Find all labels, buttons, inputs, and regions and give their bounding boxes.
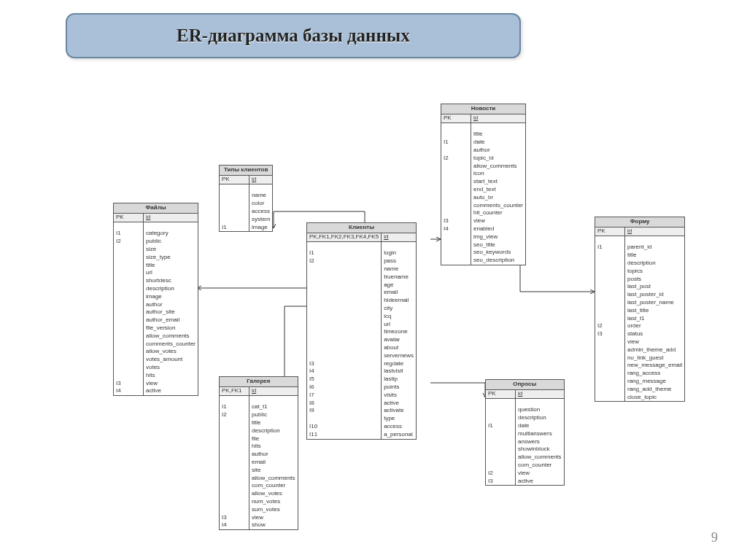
page-title-box: ER-диаграмма базы данных — [66, 13, 521, 58]
entity-title: Галерея — [220, 377, 298, 387]
entity-e-polls: ОпросыPKid questiondescriptionI1datemult… — [485, 379, 565, 486]
entity-title: Опросы — [486, 380, 564, 390]
diagram-canvas: ФайлыPKid I1categoryI2publicsizesize_typ… — [0, 73, 747, 540]
entity-title: Форму — [595, 217, 684, 228]
entity-title: Типы клиентов — [220, 166, 272, 176]
entity-e-forum: ФормуPKid I1parent_idtitledescriptiontop… — [595, 217, 685, 402]
entity-e-news: НовостиPKid titleI1dateauthorI2topic_ida… — [441, 104, 526, 265]
entity-title: Файлы — [114, 203, 198, 214]
entity-e-clients: КлиентыPK,FK1,FK2,FK3,FK4,FK5id I1loginI… — [306, 222, 417, 440]
entity-e-files: ФайлыPKid I1categoryI2publicsizesize_typ… — [113, 203, 198, 396]
page-title: ER-диаграмма базы данных — [177, 26, 410, 46]
entity-title: Клиенты — [307, 223, 416, 233]
entity-e-types: Типы клиентовPKid namecoloraccesssystemI… — [219, 165, 273, 232]
entity-e-gallery: ГалереяPK,FK1id I1cat_t1I2publictitledes… — [219, 376, 298, 530]
entity-title: Новости — [441, 104, 525, 114]
